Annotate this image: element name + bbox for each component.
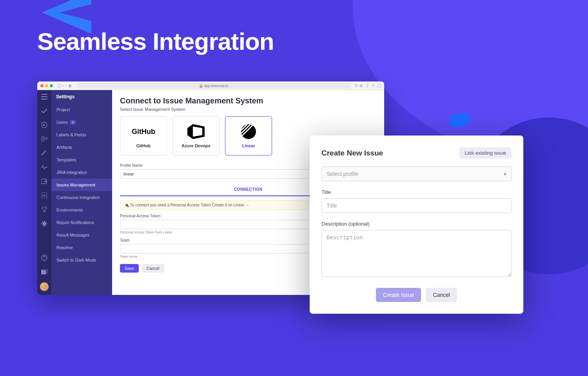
title-label: Title [321, 189, 512, 195]
bg-decoration [510, 31, 588, 149]
sidebar-item-labels[interactable]: Labels & Fields [51, 128, 112, 141]
import-icon[interactable] [41, 178, 48, 185]
help-icon[interactable] [41, 254, 48, 261]
sidebar-item-messages[interactable]: Result Messages [51, 229, 112, 241]
sidebar-item-ci[interactable]: Continuous Integration [51, 191, 112, 204]
close-icon[interactable] [40, 84, 44, 87]
svg-point-4 [45, 207, 47, 208]
save-button[interactable]: Save [120, 264, 139, 273]
sidebar-item-readme[interactable]: Readme [51, 241, 112, 254]
folders-icon[interactable] [41, 268, 48, 275]
list-icon[interactable] [41, 136, 48, 143]
sidebar-item-notifications[interactable]: Report Notifications [51, 216, 112, 229]
reload-icon[interactable]: ↻ [355, 83, 358, 88]
modal-cancel-button[interactable]: Cancel [426, 288, 457, 302]
chevron-down-icon: ▾ [504, 171, 506, 177]
select-placeholder: Select profile [327, 171, 358, 177]
provider-linear[interactable]: Linear [225, 116, 272, 155]
svg-point-6 [44, 223, 45, 225]
icon-rail [37, 90, 51, 295]
page-title: Connect to Issue Management System [120, 96, 376, 105]
hero-title: Seamless Integration [37, 27, 274, 55]
sidebar-item-project[interactable]: Project [51, 103, 112, 116]
shield-icon[interactable]: ◐ [69, 83, 72, 88]
settings-icon[interactable] [41, 220, 48, 227]
provider-github[interactable]: GitHub GitHub [120, 116, 167, 155]
sidebar-item-darkmode[interactable]: Switch to Dark Mode [51, 254, 112, 266]
provider-label: GitHub [136, 143, 151, 148]
sidebar-item-artifacts[interactable]: Artifacts [51, 141, 112, 154]
sidebar-toggle-icon[interactable]: ▢ [58, 83, 61, 88]
check-icon[interactable] [41, 107, 48, 114]
maximize-icon[interactable] [50, 84, 53, 87]
stairs-icon[interactable] [41, 150, 48, 157]
url-text: app.testomat.io [204, 84, 228, 88]
page-subtitle: Select Issue Management System [120, 107, 376, 112]
svg-point-5 [44, 211, 45, 212]
modal-title: Create New Issue [321, 149, 383, 157]
sidebar-item-jira[interactable]: JIRA Integration [51, 166, 112, 179]
provider-label: Azure Devops [181, 143, 210, 148]
share-icon[interactable]: ⇧ [366, 83, 369, 88]
github-icon: GitHub [134, 124, 153, 139]
tabs-icon[interactable]: ▢ [377, 83, 381, 88]
title-input[interactable] [321, 198, 512, 213]
url-bar[interactable]: 🔒 app.testomat.io [77, 83, 350, 89]
forward-icon[interactable]: › [65, 83, 67, 88]
sidebar-header: Settings [51, 90, 112, 103]
chart-icon[interactable] [41, 192, 48, 199]
sidebar-item-issues[interactable]: Issues Management [51, 179, 112, 191]
download-icon[interactable]: ⊕ [359, 83, 363, 88]
sidebar: Settings Project Users1 Labels & Fields … [51, 90, 112, 295]
azure-icon [186, 124, 206, 139]
users-badge: 1 [70, 120, 76, 125]
svg-point-3 [42, 207, 44, 208]
minimize-icon[interactable] [45, 84, 48, 87]
sidebar-item-templates[interactable]: Templates [51, 154, 112, 166]
link-existing-button[interactable]: Link existing issue [459, 147, 512, 159]
play-icon[interactable] [41, 121, 48, 128]
pulse-icon[interactable] [41, 164, 48, 171]
back-icon[interactable]: ‹ [63, 83, 64, 88]
description-input[interactable] [321, 230, 512, 277]
sidebar-item-environments[interactable]: Environments [51, 204, 112, 216]
linear-icon [239, 124, 258, 139]
description-label: Description (optional) [321, 221, 512, 227]
browser-chrome: ▢ ‹ › ◐ 🔒 app.testomat.io ↻ ⊕ ⇧ + ▢ [37, 81, 384, 90]
avatar[interactable] [40, 282, 49, 291]
branch-icon[interactable] [41, 206, 48, 213]
sidebar-item-users[interactable]: Users1 [51, 116, 112, 128]
svg-rect-8 [41, 270, 46, 274]
create-issue-button[interactable]: Create Issue [376, 288, 421, 302]
menu-icon[interactable] [41, 93, 48, 100]
provider-label: Linear [242, 143, 255, 148]
profile-select[interactable]: Select profile ▾ [321, 166, 512, 181]
cancel-button[interactable]: Cancel [142, 264, 164, 273]
create-issue-modal: Create New Issue Link existing issue Sel… [310, 136, 523, 314]
provider-azure[interactable]: Azure Devops [172, 116, 220, 155]
newtab-icon[interactable]: + [372, 83, 374, 88]
